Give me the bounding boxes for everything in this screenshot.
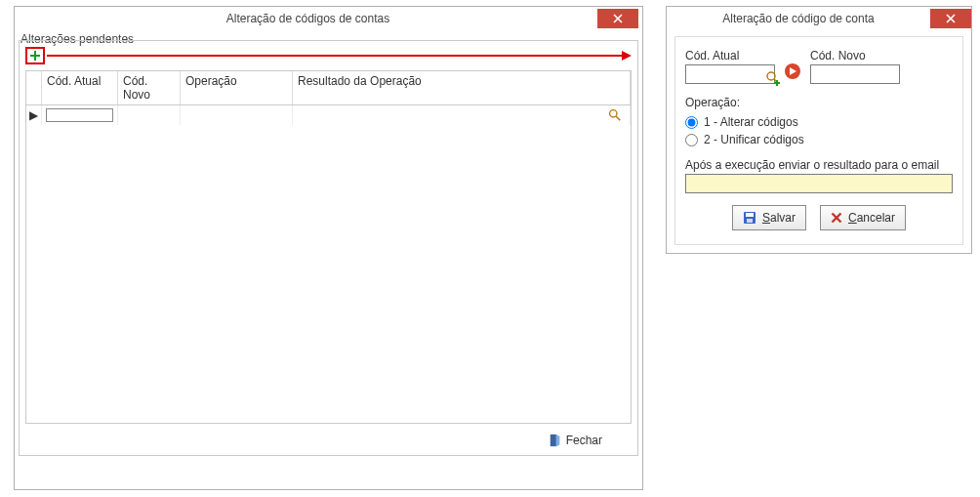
pending-changes-grid: Cód. Atual Cód. Novo Operação Resultado …	[25, 70, 632, 424]
cod-novo-input[interactable]	[810, 64, 900, 84]
save-button-label: Salvar	[762, 211, 796, 225]
grid-header-cod-atual[interactable]: Cód. Atual	[42, 71, 118, 104]
grid-header-resultado[interactable]: Resultado da Operação	[293, 71, 631, 104]
plus-icon	[29, 50, 41, 62]
grid-cell-cod-novo[interactable]	[118, 105, 181, 125]
grid-header-indicator	[26, 71, 42, 104]
window-title-right: Alteração de código de conta	[667, 12, 930, 25]
svg-line-5	[616, 116, 620, 120]
save-icon	[743, 211, 756, 225]
grid-cell-operacao[interactable]	[181, 105, 293, 125]
door-icon	[549, 434, 562, 447]
codes-change-window: Alteração de códigos de contas Alteraçõe…	[14, 6, 643, 490]
operation-option-unificar[interactable]: 2 - Unificar códigos	[685, 131, 953, 148]
grid-cell-cod-atual[interactable]	[42, 105, 118, 125]
grid-header: Cód. Atual Cód. Novo Operação Resultado …	[26, 71, 631, 105]
row-indicator-icon: ▶	[26, 105, 42, 125]
grid-header-cod-novo[interactable]: Cód. Novo	[118, 71, 181, 104]
email-label: Após a execução enviar o resultado para …	[685, 158, 953, 172]
add-button[interactable]	[25, 47, 45, 64]
svg-rect-3	[30, 55, 40, 57]
svg-point-4	[610, 110, 617, 117]
code-change-dialog: Alteração de código de conta Cód. Atual	[666, 6, 972, 254]
cod-atual-input[interactable]	[685, 64, 775, 84]
close-button-right[interactable]	[930, 9, 971, 28]
svg-rect-17	[746, 213, 754, 217]
grid-row-active[interactable]: ▶	[26, 105, 631, 125]
operation-radio-1[interactable]	[685, 116, 698, 129]
operation-option-alterar[interactable]: 1 - Alterar códigos	[685, 113, 953, 131]
titlebar-left: Alteração de códigos de contas	[19, 7, 638, 30]
operation-option2-label: 2 - Unificar códigos	[704, 133, 804, 146]
close-icon	[946, 14, 956, 23]
operation-radio-2[interactable]	[685, 134, 698, 146]
pending-changes-group: Cód. Atual Cód. Novo Operação Resultado …	[19, 40, 638, 456]
close-icon	[613, 14, 623, 23]
operation-group-label: Operação:	[685, 96, 953, 109]
form-panel: Cód. Atual	[674, 36, 963, 245]
cancel-button[interactable]: Cancelar	[820, 205, 906, 230]
operation-group: Operação: 1 - Alterar códigos 2 - Unific…	[685, 96, 953, 148]
operation-option1-label: 1 - Alterar códigos	[704, 115, 798, 129]
svg-rect-18	[747, 219, 753, 223]
svg-rect-6	[550, 435, 555, 446]
close-button-left[interactable]	[597, 9, 638, 28]
cancel-button-label: Cancelar	[848, 211, 895, 225]
grid-cell-resultado[interactable]	[293, 105, 631, 125]
close-action-label: Fechar	[566, 434, 602, 447]
cod-atual-cell-input[interactable]	[46, 108, 113, 122]
annotation-arrow	[47, 51, 632, 61]
email-input[interactable]	[685, 174, 953, 193]
grid-header-operacao[interactable]: Operação	[181, 71, 293, 104]
window-title-left: Alteração de códigos de contas	[19, 12, 597, 25]
close-action[interactable]: Fechar	[549, 434, 602, 447]
cod-novo-label: Cód. Novo	[810, 49, 900, 62]
save-button[interactable]: Salvar	[732, 205, 806, 230]
search-icon	[608, 108, 622, 122]
titlebar-right: Alteração de código de conta	[667, 7, 971, 30]
cod-atual-label: Cód. Atual	[685, 49, 775, 62]
svg-marker-7	[556, 435, 560, 446]
arrow-right-icon	[783, 62, 802, 81]
bottom-toolbar: Fechar	[25, 424, 632, 451]
cancel-icon	[831, 212, 842, 224]
svg-rect-12	[776, 80, 778, 86]
grid-body: ▶	[26, 105, 631, 423]
